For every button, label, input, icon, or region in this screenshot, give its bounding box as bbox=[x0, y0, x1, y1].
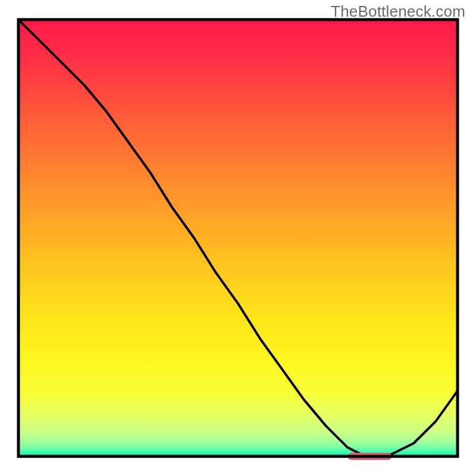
watermark-text: TheBottleneck.com bbox=[331, 2, 465, 21]
bottleneck-chart bbox=[0, 0, 476, 476]
chart-container: TheBottleneck.com bbox=[0, 0, 476, 476]
